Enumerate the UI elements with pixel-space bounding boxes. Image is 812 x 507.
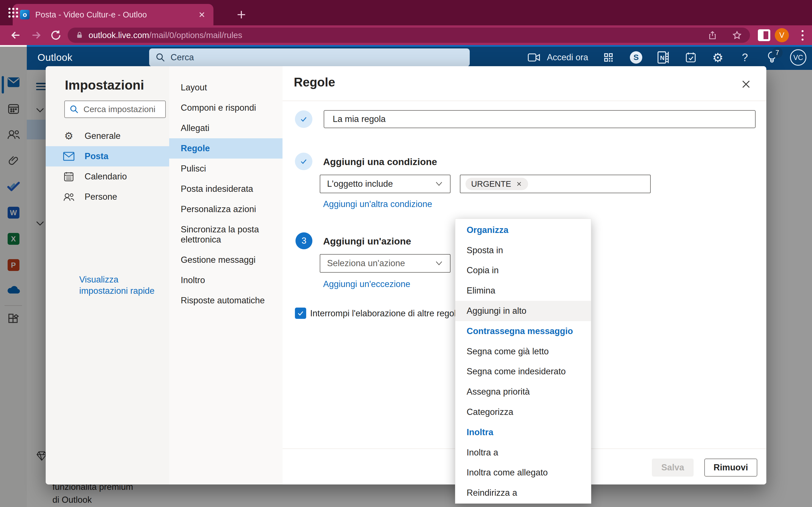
url-path: /mail/0/options/mail/rules: [149, 31, 242, 40]
search-icon: [155, 52, 165, 62]
rules-title: Regole: [294, 75, 335, 89]
condition-select[interactable]: L'oggetto include: [320, 175, 451, 193]
menu-group-inoltra: Inoltra: [455, 422, 591, 443]
chevron-down-icon: [435, 181, 443, 187]
people-icon: [63, 192, 75, 202]
condition-heading: Aggiungi una condizione: [323, 156, 437, 167]
subnav-pulisci[interactable]: Pulisci: [169, 159, 283, 179]
new-tab-button[interactable]: [234, 7, 249, 22]
side-panel-icon[interactable]: [758, 29, 770, 41]
subnav-layout[interactable]: Layout: [169, 77, 283, 98]
stop-processing-checkbox[interactable]: [295, 307, 306, 319]
outlook-favicon: o: [20, 10, 30, 19]
close-icon[interactable]: [739, 77, 753, 91]
menu-item-segna-letto[interactable]: Segna come già letto: [455, 341, 591, 362]
subnav-sincronizza[interactable]: Sincronizza la posta elettronica: [169, 219, 283, 250]
notification-badge: 7: [772, 47, 783, 58]
chip-remove-icon[interactable]: [516, 180, 522, 187]
tab-title: Posta - Video Cultur-e - Outloo: [35, 10, 192, 19]
browser-tab[interactable]: o Posta - Video Cultur-e - Outloo: [13, 4, 213, 25]
subnav-regole[interactable]: Regole: [169, 138, 283, 159]
outlook-search-placeholder: Cerca: [170, 52, 194, 62]
subnav-posta-indesiderata[interactable]: Posta indesiderata: [169, 179, 283, 199]
add-exception-link[interactable]: Aggiungi un'eccezione: [323, 279, 410, 289]
svg-text:N: N: [660, 54, 665, 61]
step2-check-circle: [295, 153, 312, 170]
mail-icon: [63, 152, 75, 161]
menu-item-categorizza[interactable]: Categorizza: [455, 402, 591, 422]
back-button[interactable]: [8, 27, 24, 43]
quick-settings-link[interactable]: Visualizza impostazioni rapide: [79, 274, 154, 297]
subnav-personalizza-azioni[interactable]: Personalizza azioni: [169, 199, 283, 219]
settings-sidebar: Impostazioni Cerca impostazioni ⚙ Genera…: [46, 66, 169, 485]
menu-item-segna-indesiderato[interactable]: Segna come indesiderato: [455, 362, 591, 382]
menu-item-sposta-in[interactable]: Sposta in: [455, 240, 591, 261]
menu-group-organizza: Organizza: [455, 220, 591, 240]
menu-item-aggiungi-in-alto[interactable]: Aggiungi in alto: [455, 301, 591, 321]
title-divider: [283, 101, 766, 101]
mail-settings-subnav: Layout Componi e rispondi Allegati Regol…: [169, 66, 283, 485]
add-condition-link[interactable]: Aggiungi un'altra condizione: [323, 199, 432, 209]
menu-item-inoltra-allegato[interactable]: Inoltra come allegato: [455, 463, 591, 483]
url-host: outlook.live.com: [89, 31, 149, 40]
reload-button[interactable]: [48, 27, 64, 43]
screen: o Posta - Video Cultur-e - Outloo outloo…: [0, 0, 812, 507]
step1-check-circle: [295, 110, 312, 128]
search-icon: [69, 105, 79, 114]
calendar-icon: [63, 171, 75, 182]
menu-group-contrassegna: Contrassegna messaggio: [455, 321, 591, 341]
subnav-componi[interactable]: Componi e rispondi: [169, 98, 283, 118]
menu-item-reindirizza-a[interactable]: Reindirizza a: [455, 483, 591, 503]
account-avatar[interactable]: VC: [788, 45, 808, 70]
stop-processing-label: Interrompi l'elaborazione di altre regol…: [310, 308, 461, 319]
outlook-search-bar[interactable]: Cerca: [149, 48, 470, 66]
gear-icon: ⚙: [63, 130, 75, 142]
check-icon: [299, 157, 308, 166]
whats-new-bulb-icon[interactable]: 7: [763, 45, 781, 70]
menu-item-copia-in[interactable]: Copia in: [455, 261, 591, 281]
settings-modal: Impostazioni Cerca impostazioni ⚙ Genera…: [46, 66, 766, 485]
subnav-allegati[interactable]: Allegati: [169, 118, 283, 138]
settings-title: Impostazioni: [65, 77, 144, 93]
sidebar-item-persone[interactable]: Persone: [46, 187, 169, 207]
step3-circle: 3: [296, 232, 312, 249]
remove-button[interactable]: Rimuovi: [704, 459, 757, 476]
action-select[interactable]: Seleziona un'azione: [320, 254, 451, 273]
tab-close-icon[interactable]: [198, 10, 206, 19]
action-heading: Aggiungi un'azione: [323, 236, 411, 247]
menu-item-inoltra-a[interactable]: Inoltra a: [455, 443, 591, 463]
sidebar-item-calendario[interactable]: Calendario: [46, 166, 169, 187]
subnav-inoltro[interactable]: Inoltro: [169, 270, 283, 290]
save-button[interactable]: Salva: [652, 459, 694, 476]
check-icon: [297, 309, 305, 317]
menu-item-assegna-priorita[interactable]: Assegna priorità: [455, 382, 591, 402]
condition-chip[interactable]: URGENTE: [465, 178, 528, 190]
app-launcher-icon[interactable]: [5, 4, 21, 21]
chevron-down-icon: [435, 260, 443, 267]
url-bar[interactable]: outlook.live.com/mail/0/options/mail/rul…: [68, 27, 750, 43]
condition-value-box[interactable]: URGENTE: [460, 175, 651, 193]
bookmark-star-icon[interactable]: [732, 30, 742, 40]
browser-tab-bar: o Posta - Video Cultur-e - Outloo: [0, 0, 812, 25]
sidebar-item-generale[interactable]: ⚙ Generale: [46, 126, 169, 146]
sidebar-item-posta[interactable]: Posta: [46, 146, 169, 166]
check-icon: [299, 115, 308, 123]
lock-icon: [75, 31, 84, 40]
share-icon[interactable]: [708, 30, 717, 40]
rule-name-input[interactable]: La mia regola: [324, 110, 756, 128]
subnav-risposte-automatiche[interactable]: Risposte automatiche: [169, 290, 283, 311]
browser-menu-icon[interactable]: [800, 28, 805, 42]
settings-search-placeholder: Cerca impostazioni: [84, 105, 155, 114]
settings-search-box[interactable]: Cerca impostazioni: [64, 101, 166, 118]
forward-button[interactable]: [28, 27, 44, 43]
subnav-gestione-messaggi[interactable]: Gestione messaggi: [169, 250, 283, 270]
action-dropdown-menu: Organizza Sposta in Copia in Elimina Agg…: [455, 219, 591, 504]
browser-profile-avatar[interactable]: V: [775, 28, 789, 42]
menu-item-elimina[interactable]: Elimina: [455, 281, 591, 301]
